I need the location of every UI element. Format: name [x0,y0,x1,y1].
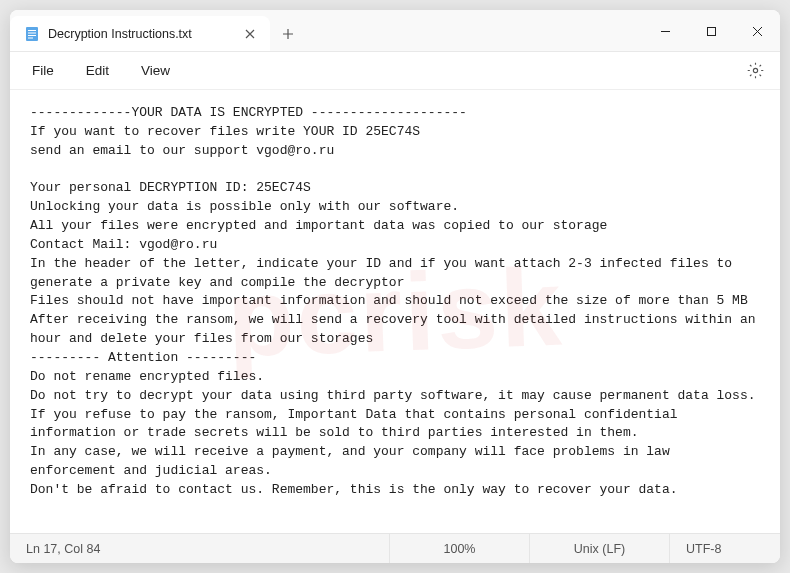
svg-rect-0 [26,27,38,41]
status-encoding: UTF-8 [670,534,780,563]
notepad-icon [24,26,40,42]
close-window-button[interactable] [734,10,780,52]
svg-rect-1 [28,30,36,31]
title-bar: Decryption Instructions.txt [10,10,780,52]
tab-title: Decryption Instructions.txt [48,27,230,41]
menu-view[interactable]: View [127,57,184,84]
minimize-button[interactable] [642,10,688,52]
svg-rect-2 [28,32,36,33]
status-zoom[interactable]: 100% [390,534,530,563]
window-controls [642,10,780,51]
menu-bar: File Edit View [10,52,780,90]
new-tab-button[interactable] [270,16,306,51]
document-tab[interactable]: Decryption Instructions.txt [10,16,270,51]
svg-point-6 [753,68,757,72]
status-cursor-position: Ln 17, Col 84 [10,534,390,563]
maximize-button[interactable] [688,10,734,52]
tab-close-button[interactable] [238,22,262,46]
status-bar: Ln 17, Col 84 100% Unix (LF) UTF-8 [10,533,780,563]
notepad-window: Decryption Instructions.txt File Edit Vi… [10,10,780,563]
menu-file[interactable]: File [18,57,68,84]
text-editor-area[interactable]: pcrisk -------------YOUR DATA IS ENCRYPT… [10,90,780,533]
menu-edit[interactable]: Edit [72,57,123,84]
status-line-ending: Unix (LF) [530,534,670,563]
svg-rect-4 [28,37,33,38]
document-text: -------------YOUR DATA IS ENCRYPTED ----… [30,104,760,500]
svg-rect-3 [28,35,36,36]
settings-button[interactable] [738,54,772,88]
svg-rect-5 [707,27,715,35]
